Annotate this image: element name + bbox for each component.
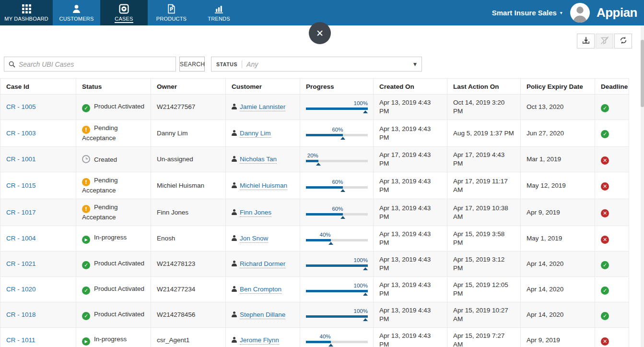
scrollbar-track[interactable] <box>641 25 644 347</box>
column-header-deadline: Deadline <box>595 79 629 95</box>
deadline-cell: ✓ <box>595 95 629 120</box>
progress-percent-label: 60% <box>332 178 343 186</box>
case-id-link[interactable]: CR - 1020 <box>6 286 36 293</box>
last-action-on-cell: Apr 15, 2019 3:58 PM <box>447 226 521 251</box>
avatar-silhouette-icon <box>570 3 590 23</box>
table-row: CR - 1015!Pending AcceptanceMichiel Huis… <box>0 172 629 199</box>
customer-link[interactable]: Jon Snow <box>240 235 268 243</box>
customer-link[interactable]: Ben Crompton <box>240 286 281 294</box>
case-id-link[interactable]: CR - 1015 <box>6 182 36 189</box>
customer-cell: Jerome Flynn <box>226 328 300 347</box>
nav-tab-customers[interactable]: CUSTOMERS <box>53 0 100 25</box>
owner-value: W214277567 <box>157 103 195 110</box>
person-icon <box>232 337 237 343</box>
progress-cell: 100% <box>300 95 374 120</box>
deadline-cell: ✓ <box>595 277 629 302</box>
progress-percent-label: 40% <box>320 332 331 341</box>
status-cell: ▶In-progress <box>76 328 151 347</box>
dashboard-grid-icon <box>22 3 31 14</box>
cases-box-icon <box>119 3 129 14</box>
progress-cell: 60% <box>300 120 374 147</box>
column-header-owner: Owner <box>151 79 226 95</box>
table-row: CR - 1017!Pending AcceptanceFinn JonesFi… <box>0 199 629 226</box>
case-id-link[interactable]: CR - 1018 <box>6 311 36 318</box>
customer-link[interactable]: Jamie Lannister <box>240 103 285 111</box>
nav-tab-trends[interactable]: TRENDS <box>195 0 243 25</box>
last-action-on-cell: Aug 5, 2019 1:37 PM <box>447 120 521 147</box>
status-cell: Created <box>76 147 151 172</box>
customer-link[interactable]: Jerome Flynn <box>240 336 279 345</box>
customer-link[interactable]: Stephen Dillane <box>240 311 285 319</box>
progress-cell: 60% <box>300 199 374 226</box>
search-box <box>4 57 176 72</box>
case-id-link[interactable]: CR - 1003 <box>6 130 36 137</box>
case-id-cell: CR - 1017 <box>0 199 76 226</box>
search-input[interactable] <box>15 57 176 71</box>
case-id-cell: CR - 1005 <box>0 95 76 120</box>
close-button[interactable]: ✕ <box>309 22 331 44</box>
case-id-link[interactable]: CR - 1005 <box>6 103 36 110</box>
nav-tabs: MY DASHBOARDCUSTOMERSCASESPPRODUCTSTREND… <box>0 0 243 25</box>
refresh-button[interactable] <box>614 34 632 48</box>
table-row: CR - 1004▶In-progressEnoshJon Snow40%Apr… <box>0 226 629 251</box>
customer-link[interactable]: Richard Dormer <box>240 260 285 268</box>
case-id-link[interactable]: CR - 1011 <box>6 336 35 344</box>
search-button[interactable]: SEARCH <box>179 57 205 72</box>
cases-grid: Case IdStatusOwnerCustomerProgressCreate… <box>0 78 629 347</box>
status-label: In-progress <box>94 234 127 241</box>
table-row: CR - 1021✓Product ActivatedW214278123Ric… <box>0 251 629 277</box>
customer-link[interactable]: Finn Jones <box>240 209 271 217</box>
user-avatar[interactable] <box>570 3 590 23</box>
filter-off-button[interactable] <box>596 34 613 48</box>
policy-expiry-cell: May 12, 2019 <box>521 172 595 199</box>
progress-marker-icon <box>328 344 333 347</box>
status-cell: ✓Product Activated <box>76 251 151 277</box>
export-download-button[interactable] <box>577 34 595 48</box>
created-on-cell: Apr 17, 2019 4:43 PM <box>374 147 447 172</box>
site-menu-button[interactable]: Smart Insure Sales ▾ <box>492 9 562 17</box>
case-id-cell: CR - 1018 <box>0 302 76 328</box>
progress-cell: 40% <box>300 226 374 251</box>
nav-tab-cases[interactable]: CASES <box>100 0 148 25</box>
scrollbar-thumb[interactable] <box>641 40 644 107</box>
progress-fill <box>306 186 343 189</box>
customer-link[interactable]: Michiel Huisman <box>240 182 287 190</box>
case-id-link[interactable]: CR - 1001 <box>6 156 36 163</box>
deadline-met-check-icon: ✓ <box>601 130 609 138</box>
customer-cell: Ben Crompton <box>226 277 300 302</box>
deadline-missed-x-icon: ✕ <box>601 156 609 165</box>
customer-cell: Danny Lim <box>226 120 300 147</box>
chevron-down-icon: ▼ <box>413 62 417 67</box>
column-header-customer: Customer <box>226 79 300 95</box>
case-id-link[interactable]: CR - 1004 <box>6 235 36 242</box>
nav-tab-my-dashboard[interactable]: MY DASHBOARD <box>0 0 53 25</box>
customer-link[interactable]: Danny Lim <box>240 130 271 138</box>
status-warning-icon: ! <box>82 178 90 186</box>
owner-cell: W214277567 <box>151 95 226 120</box>
case-id-link[interactable]: CR - 1017 <box>6 209 36 216</box>
customer-link[interactable]: Nicholas Tan <box>240 156 277 164</box>
status-play-icon: ▶ <box>82 337 90 346</box>
progress-track <box>306 315 368 318</box>
nav-tab-products[interactable]: PPRODUCTS <box>148 0 195 25</box>
case-id-link[interactable]: CR - 1021 <box>6 260 36 267</box>
policy-expiry-cell: Apr 9, 2019 <box>521 199 595 226</box>
status-check-icon: ✓ <box>82 104 90 112</box>
owner-value: Un-assigned <box>157 156 193 163</box>
customer-cell: Finn Jones <box>226 199 300 226</box>
progress-marker-icon <box>316 163 321 166</box>
last-action-on-cell: Apr 15, 2019 12:05 PM <box>447 277 521 302</box>
case-id-cell: CR - 1011 <box>0 328 76 347</box>
owner-cell: W214278456 <box>151 302 226 328</box>
progress-percent-label: 60% <box>332 204 343 213</box>
progress-fill <box>306 341 331 343</box>
person-icon <box>232 104 237 109</box>
owner-cell: Michiel Huisman <box>151 172 226 199</box>
owner-value: W214278456 <box>157 311 195 318</box>
created-on-cell: Apr 13, 2019 4:43 PM <box>374 328 447 347</box>
status-label: Created <box>94 156 117 163</box>
status-cell: ✓Product Activated <box>76 95 151 120</box>
status-dropdown[interactable]: STATUS Any ▼ <box>211 57 422 72</box>
filter-bar: SEARCH STATUS Any ▼ <box>0 57 644 72</box>
case-id-cell: CR - 1001 <box>0 147 76 172</box>
